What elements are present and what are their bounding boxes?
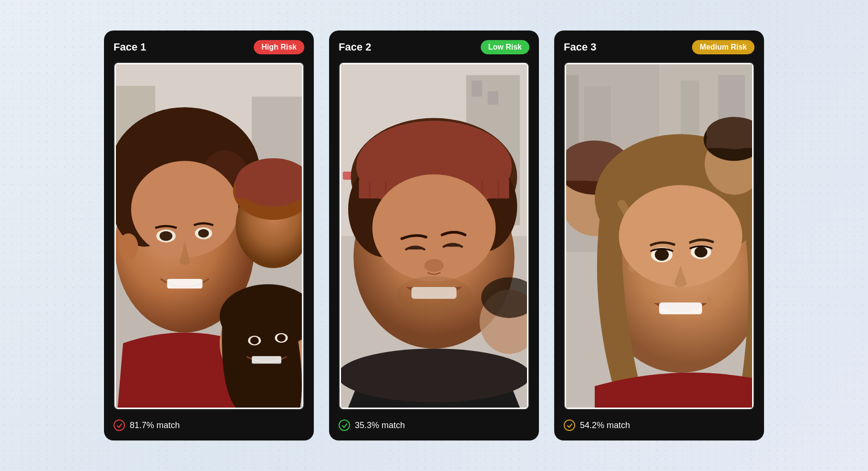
face-label-3: Face 3 — [564, 41, 597, 53]
face-label-2: Face 2 — [339, 41, 372, 53]
card-footer-3: 54.2% match — [564, 418, 754, 431]
match-icon-3 — [564, 420, 575, 431]
svg-point-74 — [649, 298, 655, 305]
face-image-container-2 — [339, 62, 529, 410]
svg-rect-18 — [236, 185, 302, 198]
match-text-3: 54.2% match — [580, 420, 630, 430]
face-image-container-3 — [564, 62, 754, 410]
svg-rect-13 — [167, 279, 202, 288]
check-icon-1 — [116, 422, 123, 429]
svg-rect-56 — [566, 75, 579, 156]
svg-point-48 — [424, 259, 444, 272]
face-card-1: Face 1 High Risk — [104, 31, 314, 440]
svg-point-72 — [694, 247, 707, 258]
svg-rect-25 — [252, 356, 281, 364]
svg-point-70 — [655, 249, 669, 261]
svg-rect-59 — [681, 81, 699, 134]
svg-rect-73 — [659, 303, 702, 315]
face-3-svg — [566, 64, 752, 408]
card-header-2: Face 2 Low Risk — [339, 40, 529, 54]
match-icon-2 — [339, 420, 350, 431]
face-2-svg — [341, 64, 527, 408]
face-image-wrapper-1 — [114, 63, 303, 409]
face-1-svg — [116, 64, 302, 408]
face-card-2: Face 2 Low Risk — [329, 31, 539, 440]
face-card-3: Face 3 Medium Risk — [554, 31, 764, 440]
face-image-wrapper-3 — [565, 63, 754, 409]
svg-rect-29 — [472, 81, 483, 97]
risk-badge-3: Medium Risk — [692, 40, 754, 54]
match-text-1: 81.7% match — [130, 420, 180, 430]
svg-point-22 — [250, 337, 259, 345]
check-icon-3 — [567, 422, 573, 429]
cards-container: Face 1 High Risk — [104, 31, 764, 440]
svg-rect-30 — [488, 91, 499, 104]
match-icon-1 — [114, 420, 125, 431]
svg-point-10 — [160, 231, 173, 241]
risk-badge-1: High Risk — [254, 40, 304, 54]
face-image-container-1 — [114, 62, 304, 410]
card-header-1: Face 1 High Risk — [114, 40, 304, 54]
svg-point-24 — [277, 334, 286, 342]
match-text-2: 35.3% match — [355, 420, 405, 430]
svg-point-51 — [341, 348, 527, 402]
card-footer-1: 81.7% match — [114, 418, 304, 431]
check-icon-2 — [341, 422, 348, 429]
svg-point-14 — [119, 233, 138, 260]
face-image-wrapper-2 — [340, 63, 528, 409]
face-label-1: Face 1 — [114, 41, 146, 53]
svg-point-75 — [707, 297, 712, 302]
svg-rect-79 — [706, 138, 752, 148]
risk-badge-2: Low Risk — [481, 40, 529, 54]
card-footer-2: 35.3% match — [339, 418, 529, 431]
svg-point-12 — [198, 229, 209, 237]
card-header-3: Face 3 Medium Risk — [564, 40, 754, 54]
svg-point-50 — [396, 276, 472, 314]
